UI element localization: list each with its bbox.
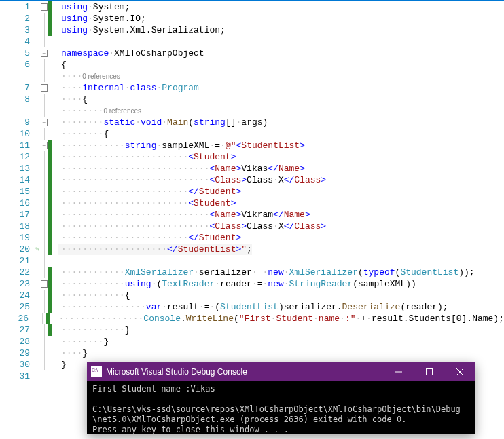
fold-toggle-icon[interactable]: − [41,280,48,288]
code-content[interactable]: using·System; [58,1,130,13]
code-content[interactable]: using·System.Xml.Serialization; [58,24,226,36]
code-content[interactable]: } [58,359,67,370]
code-line[interactable]: 12························<Student> [0,151,504,163]
code-line[interactable]: 3using·System.Xml.Serialization; [0,24,504,36]
code-line[interactable]: 8····{ [0,94,504,105]
outline-margin[interactable] [39,313,46,324]
code-content[interactable]: ····························<Name>Vikas<… [58,163,305,174]
code-line[interactable]: 4 [0,36,504,47]
code-content[interactable]: { [58,59,67,71]
outline-margin[interactable] [41,59,48,71]
outline-margin[interactable] [41,336,48,347]
outline-margin[interactable] [41,36,48,47]
outline-margin[interactable] [41,24,48,36]
code-content[interactable]: ························<Student> [58,197,236,209]
outline-margin[interactable] [41,13,48,24]
outline-margin[interactable] [41,186,48,197]
code-line[interactable]: 21 [0,255,504,267]
code-line[interactable]: 20✎····················</StudentList>"; [0,244,504,255]
fold-toggle-icon[interactable]: − [41,3,48,11]
outline-margin[interactable] [41,151,48,163]
fold-toggle-icon[interactable]: − [41,119,48,126]
code-line[interactable]: 14····························<Class>Cla… [0,174,504,186]
code-content[interactable]: ····0 references [58,71,120,82]
code-content[interactable]: ················var·result·=·(StudentLis… [58,301,448,313]
code-content[interactable]: ····························<Class>Class… [58,221,326,232]
console-titlebar[interactable]: Microsoft Visual Studio Debug Console [87,362,475,381]
outline-margin[interactable] [41,128,48,140]
outline-margin[interactable]: − [41,119,48,126]
fold-toggle-icon[interactable]: − [41,84,48,92]
outline-margin[interactable] [41,197,48,209]
code-line[interactable]: 23−············using·(TextReader·reader·… [0,278,504,290]
code-content[interactable]: ····internal·class·Program [58,82,199,94]
code-line[interactable]: 28········} [0,336,504,347]
outline-margin[interactable] [41,324,48,336]
outline-margin[interactable] [41,347,48,359]
outline-margin[interactable] [41,267,48,278]
code-line[interactable]: 15························</Student> [0,186,504,197]
outline-margin[interactable] [41,244,48,255]
code-content[interactable]: ········static·void·Main(string[]·args) [58,117,268,128]
code-content[interactable]: ························<Student> [58,151,236,163]
code-line[interactable]: 27············} [0,324,504,336]
code-content[interactable]: ········} [58,336,109,347]
outline-margin[interactable] [41,255,48,267]
outline-margin[interactable] [41,71,48,82]
outline-margin[interactable] [41,221,48,232]
code-line[interactable]: 22············XmlSerializer·serializer·=… [0,267,504,278]
outline-margin[interactable]: − [41,142,48,149]
code-content[interactable]: ························</Student> [58,232,241,244]
outline-margin[interactable] [41,94,48,105]
minimize-button[interactable] [383,362,414,381]
outline-margin[interactable] [41,301,48,313]
code-content[interactable]: ············} [58,324,130,336]
code-content[interactable]: ····················</StudentList>"; [58,244,252,255]
code-line[interactable]: 24············{ [0,290,504,301]
maximize-button[interactable] [414,362,444,381]
code-content[interactable]: ····} [58,347,88,359]
outline-margin[interactable] [41,290,48,301]
code-line[interactable]: 26················Console.WriteLine("Fir… [0,313,504,324]
code-line[interactable]: 6{ [0,59,504,71]
code-line[interactable]: 19························</Student> [0,232,504,244]
code-line[interactable]: ····0 references [0,71,504,82]
outline-margin[interactable] [41,232,48,244]
code-line[interactable]: 2using·System.IO; [0,13,504,24]
code-content[interactable]: ············XmlSerializer·serializer·=·n… [58,267,475,278]
code-line[interactable]: 17····························<Name>Vikr… [0,209,504,221]
code-line[interactable]: 5−namespace·XMlToCsharpObject [0,47,504,59]
code-content[interactable]: namespace·XMlToCsharpObject [58,47,204,59]
code-content[interactable]: ················Console.WriteLine("First… [56,313,504,324]
code-content[interactable]: ········{ [58,128,109,140]
fold-toggle-icon[interactable]: − [41,50,48,57]
code-line[interactable]: 7−····internal·class·Program [0,82,504,94]
close-button[interactable] [444,362,475,381]
outline-margin[interactable]: − [41,3,48,11]
code-content[interactable]: ····{ [58,94,88,105]
code-line[interactable]: 1−using·System; [0,1,504,13]
code-line[interactable]: 11−············string·sampleXML·=·@"<Stu… [0,140,504,151]
code-line[interactable]: 18····························<Class>Cla… [0,221,504,232]
outline-margin[interactable]: − [41,280,48,288]
outline-margin[interactable] [41,163,48,174]
outline-margin[interactable] [41,209,48,221]
code-line[interactable]: 16························<Student> [0,197,504,209]
code-line[interactable]: 25················var·result·=·(StudentL… [0,301,504,313]
code-content[interactable]: ····························<Name>Vikram… [58,209,310,221]
code-line[interactable]: ········0 references [0,105,504,117]
code-line[interactable]: 9−········static·void·Main(string[]·args… [0,117,504,128]
code-line[interactable]: 13····························<Name>Vika… [0,163,504,174]
code-content[interactable]: ············string·sampleXML·=·@"<Studen… [58,140,305,151]
code-content[interactable]: ························</Student> [58,186,241,197]
code-line[interactable]: 29····} [0,347,504,359]
code-content[interactable]: ····························<Class>Class… [58,174,326,186]
code-content[interactable]: ········0 references [58,105,141,117]
outline-margin[interactable] [41,174,48,186]
code-content[interactable]: ············using·(TextReader·reader·=·n… [58,278,416,290]
code-content[interactable]: ············{ [58,290,130,301]
code-content[interactable]: using·System.IO; [58,13,146,24]
fold-toggle-icon[interactable]: − [41,142,48,149]
code-line[interactable]: 10········{ [0,128,504,140]
outline-margin[interactable]: − [41,50,48,57]
